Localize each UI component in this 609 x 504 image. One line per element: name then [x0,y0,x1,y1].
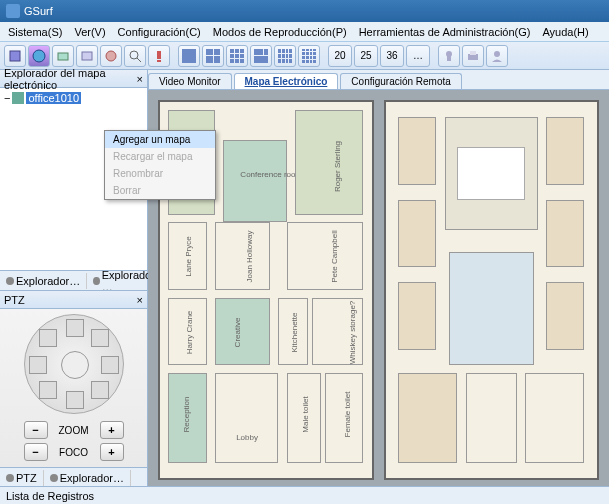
ptz-se[interactable] [91,381,109,399]
svg-rect-12 [470,51,476,55]
tool-3[interactable] [52,45,74,67]
app-title: GSurf [24,5,53,17]
ptz-panel: PTZ × − ZOOM + [0,290,147,490]
menu-config[interactable]: Configuración(C) [112,24,207,40]
ptz-up[interactable] [66,319,84,337]
layout-2x2[interactable] [202,45,224,67]
menu-ayuda[interactable]: Ayuda(H) [536,24,594,40]
ctx-rename[interactable]: Renombrar [105,165,215,182]
room-label: Harry Crane [186,310,195,354]
left-tab-a[interactable]: Explorador… [0,273,87,289]
room-label: Reception [182,397,191,433]
svg-rect-2 [58,53,68,60]
svg-rect-3 [82,52,92,60]
zoom-out[interactable]: − [24,421,48,439]
room-label: Female toilet [343,392,352,438]
layout-4x3[interactable] [274,45,296,67]
room-label: Lobby [236,433,258,442]
floor-plan-right[interactable] [384,100,600,480]
room-label: Conference room [240,170,302,179]
layout-3x3[interactable] [226,45,248,67]
tab-remota[interactable]: Configuración Remota [340,73,462,89]
ptz-tab-a[interactable]: PTZ [0,470,44,486]
tool-search[interactable] [124,45,146,67]
dot-icon [6,474,14,482]
ptz-ne[interactable] [91,329,109,347]
map-icon [12,92,24,104]
room-label: Male toilet [301,397,310,433]
layout-25[interactable]: 25 [354,45,378,67]
ptz-down[interactable] [66,391,84,409]
app-icon [6,4,20,18]
tool-client[interactable] [486,45,508,67]
tool-record[interactable] [100,45,122,67]
tool-alert[interactable] [148,45,170,67]
tool-globe[interactable] [28,45,50,67]
dot-icon [6,277,14,285]
ptz-right[interactable] [101,356,119,374]
layout-more[interactable]: … [406,45,430,67]
layout-36[interactable]: 36 [380,45,404,67]
svg-point-4 [106,51,116,61]
svg-rect-8 [157,60,161,62]
room-label: Joan Holloway [245,231,254,283]
tool-print[interactable] [462,45,484,67]
ptz-tab-b[interactable]: Explorador… [44,470,131,486]
ptz-title: PTZ × [0,291,147,309]
ptz-nw[interactable] [39,329,57,347]
ptz-left[interactable] [29,356,47,374]
focus-in[interactable]: + [100,443,124,461]
status-label: Lista de Registros [6,490,94,502]
ptz-title-label: PTZ [4,294,25,306]
layout-20[interactable]: 20 [328,45,352,67]
tab-mapa[interactable]: Mapa Electrónico [234,73,339,89]
ptz-center[interactable] [61,351,89,379]
tool-1[interactable] [4,45,26,67]
room-label: Whiskey storage? [348,300,357,364]
map-explorer-title: Explorador del mapa electrónico × [0,70,147,88]
svg-point-5 [130,51,138,59]
room-label: Roger Sterling [333,141,342,192]
zoom-in[interactable]: + [100,421,124,439]
room-label: Kitchenette [290,312,299,352]
zoom-label: ZOOM [54,425,94,436]
focus-label: FOCO [54,447,94,458]
menu-ver[interactable]: Ver(V) [68,24,111,40]
layout-4x4[interactable] [298,45,320,67]
layout-1x1[interactable] [178,45,200,67]
map-view[interactable]: Don Draper Conference room Roger Sterlin… [148,90,609,490]
svg-point-1 [33,50,45,62]
right-pane: Video Monitor Mapa Electrónico Configura… [148,70,609,490]
dot-icon [50,474,58,482]
menu-modos[interactable]: Modos de Reproducción(P) [207,24,353,40]
ctx-reload-map[interactable]: Recargar el mapa [105,148,215,165]
ptz-dpad [0,309,147,419]
layout-mix[interactable] [250,45,272,67]
tool-joystick[interactable] [438,45,460,67]
svg-line-6 [137,58,141,62]
status-bar: Lista de Registros [0,486,609,504]
menubar: Sistema(S) Ver(V) Configuración(C) Modos… [0,22,609,42]
svg-rect-10 [447,56,451,61]
tab-video[interactable]: Video Monitor [148,73,232,89]
ctx-delete[interactable]: Borrar [105,182,215,199]
menu-sistema[interactable]: Sistema(S) [2,24,68,40]
room-label: Pete Campbell [330,231,339,283]
tool-4[interactable] [76,45,98,67]
room-label: Creative [234,317,243,347]
menu-herramientas[interactable]: Herramientas de Administración(G) [353,24,537,40]
tree-item-office1010[interactable]: − office1010 [4,92,143,104]
tree-item-label: office1010 [26,92,81,104]
map-explorer-label: Explorador del mapa electrónico [4,67,137,91]
svg-rect-0 [10,51,20,61]
svg-rect-7 [157,51,161,59]
main-tabs: Video Monitor Mapa Electrónico Configura… [148,70,609,90]
ptz-sw[interactable] [39,381,57,399]
close-icon[interactable]: × [137,73,143,85]
tree-expand-icon[interactable]: − [4,92,10,104]
focus-out[interactable]: − [24,443,48,461]
ptz-tabs: PTZ Explorador… [0,467,147,487]
dot-icon [93,277,100,285]
close-icon[interactable]: × [137,294,143,306]
ctx-add-map[interactable]: Agregar un mapa [105,131,215,148]
